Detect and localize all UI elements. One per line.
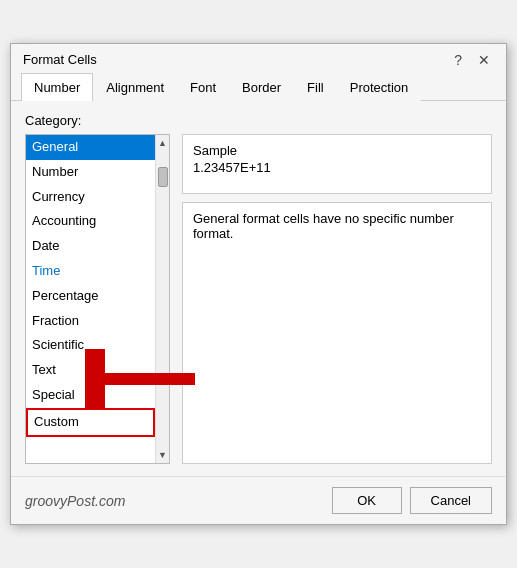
cancel-button[interactable]: Cancel [410,487,492,514]
category-item-percentage[interactable]: Percentage [26,284,155,309]
description-text: General format cells have no specific nu… [193,211,454,241]
tab-border[interactable]: Border [229,73,294,101]
dialog-footer: groovyPost.com OK Cancel [11,476,506,524]
right-panel: Sample 1.23457E+11 General format cells … [182,134,492,464]
tab-number[interactable]: Number [21,73,93,101]
ok-button[interactable]: OK [332,487,402,514]
category-item-time[interactable]: Time [26,259,155,284]
category-item-text[interactable]: Text [26,358,155,383]
title-bar: Format Cells ? ✕ [11,44,506,73]
category-item-general[interactable]: General [26,135,155,160]
scroll-up-arrow[interactable]: ▲ [156,135,169,151]
brand-label: groovyPost.com [25,493,125,509]
category-item-fraction[interactable]: Fraction [26,309,155,334]
category-list-container: General Number Currency Accounting Date … [25,134,170,464]
tab-protection[interactable]: Protection [337,73,422,101]
footer-buttons: OK Cancel [332,487,492,514]
main-area: General Number Currency Accounting Date … [25,134,492,464]
category-item-custom[interactable]: Custom [26,408,155,437]
category-label: Category: [25,113,492,128]
tab-font[interactable]: Font [177,73,229,101]
category-item-special[interactable]: Special [26,383,155,408]
tab-bar: Number Alignment Font Border Fill Protec… [11,73,506,101]
category-item-number[interactable]: Number [26,160,155,185]
scrollbar[interactable]: ▲ ▼ [155,135,169,463]
category-item-scientific[interactable]: Scientific [26,333,155,358]
close-button[interactable]: ✕ [474,53,494,67]
scroll-down-arrow[interactable]: ▼ [156,447,169,463]
format-cells-dialog: Format Cells ? ✕ Number Alignment Font B… [10,43,507,525]
category-item-currency[interactable]: Currency [26,185,155,210]
category-item-date[interactable]: Date [26,234,155,259]
sample-label: Sample [193,143,481,158]
help-button[interactable]: ? [450,53,466,67]
category-list: General Number Currency Accounting Date … [26,135,155,463]
category-list-wrapper: General Number Currency Accounting Date … [25,134,170,464]
title-bar-controls: ? ✕ [450,53,494,67]
category-item-accounting[interactable]: Accounting [26,209,155,234]
description-box: General format cells have no specific nu… [182,202,492,464]
scroll-thumb[interactable] [158,167,168,187]
tab-alignment[interactable]: Alignment [93,73,177,101]
dialog-content: Category: General Number Currency Accoun… [11,101,506,476]
dialog-title: Format Cells [23,52,97,67]
sample-value: 1.23457E+11 [193,160,481,175]
tab-fill[interactable]: Fill [294,73,337,101]
sample-box: Sample 1.23457E+11 [182,134,492,194]
